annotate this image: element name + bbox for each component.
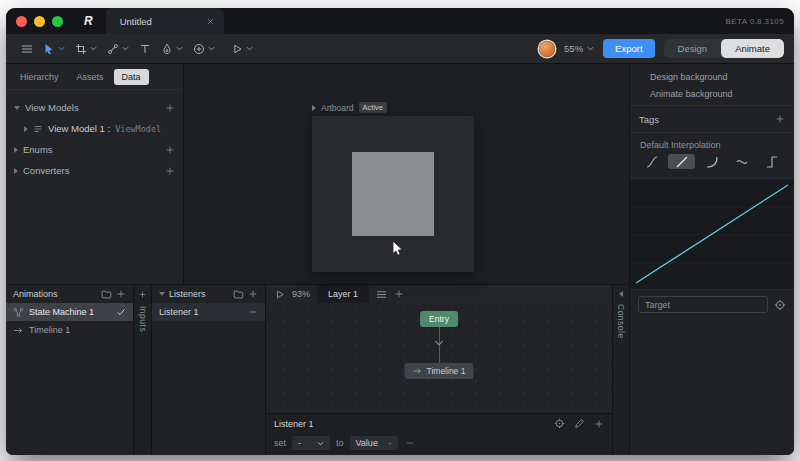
- add-action-button[interactable]: [594, 419, 604, 429]
- caret-right-icon[interactable]: [14, 147, 18, 153]
- animations-folder-icon[interactable]: [101, 289, 112, 300]
- add-view-model-button[interactable]: [165, 103, 175, 113]
- tree-row-enums[interactable]: Enums: [6, 139, 183, 160]
- add-input-button[interactable]: [138, 290, 147, 299]
- design-background-row[interactable]: Design background: [630, 68, 794, 85]
- listener-target-icon[interactable]: [554, 418, 565, 429]
- state-machine-graph[interactable]: Entry Timeline 1: [266, 303, 612, 413]
- tab-hierarchy[interactable]: Hierarchy: [12, 69, 67, 85]
- listener-item-label: Listener 1: [159, 307, 199, 317]
- data-tree: View Models View Model 1 : ViewModel: [6, 90, 183, 181]
- enums-label: Enums: [23, 144, 53, 155]
- select-tool-button[interactable]: [38, 38, 70, 60]
- play-tool-button[interactable]: [226, 38, 258, 60]
- tab-assets-label: Assets: [77, 72, 104, 82]
- add-listener-button[interactable]: [248, 289, 258, 299]
- listener-item[interactable]: Listener 1: [152, 303, 265, 321]
- remove-listener-button[interactable]: [248, 307, 258, 317]
- console-collapsed-panel[interactable]: Console: [613, 285, 629, 455]
- artboard-tool-button[interactable]: [70, 38, 102, 60]
- animate-mode-button[interactable]: Animate: [721, 39, 784, 58]
- zoom-control[interactable]: 55%: [564, 43, 594, 54]
- user-avatar[interactable]: [539, 41, 555, 57]
- timeline-node-label: Timeline 1: [427, 366, 466, 376]
- add-tag-button[interactable]: [775, 114, 785, 124]
- beta-version-label: BETA 0.8.3105: [726, 17, 784, 26]
- inputs-collapsed-panel[interactable]: Inputs: [134, 285, 152, 455]
- tab-hierarchy-label: Hierarchy: [20, 72, 59, 82]
- interpolation-curve-editor[interactable]: [630, 178, 794, 290]
- timeline-node[interactable]: Timeline 1: [405, 363, 474, 379]
- tree-row-converters[interactable]: Converters: [6, 160, 183, 181]
- cubic-interpolation-button[interactable]: [698, 154, 725, 169]
- tab-close-icon[interactable]: [206, 17, 215, 26]
- graph-zoom-value[interactable]: 93%: [292, 289, 310, 299]
- elastic-interpolation-button[interactable]: [728, 154, 755, 169]
- target-picker-icon[interactable]: [774, 299, 786, 311]
- tab-data[interactable]: Data: [114, 69, 149, 85]
- state-machine-label: State Machine 1: [29, 307, 94, 317]
- shapes-tool-button[interactable]: [188, 38, 220, 60]
- expand-console-icon[interactable]: [619, 291, 623, 297]
- tree-row-view-model-1[interactable]: View Model 1 : ViewModel: [6, 118, 183, 139]
- toolbar: 55% Export Design Animate: [6, 34, 794, 64]
- zoom-value: 55%: [564, 43, 583, 54]
- listener-action-row: set - to Value: [266, 433, 612, 453]
- view-models-label: View Models: [25, 102, 79, 113]
- file-tab[interactable]: Untitled: [106, 8, 224, 34]
- add-enum-button[interactable]: [165, 145, 175, 155]
- interpolation-section-label: Default Interpolation: [630, 136, 794, 154]
- close-window-button[interactable]: [16, 16, 27, 27]
- empty-value-dash-icon: [404, 438, 416, 448]
- edit-listener-icon[interactable]: [574, 418, 585, 429]
- ease-in-out-interpolation-button[interactable]: [638, 154, 665, 169]
- caret-down-icon[interactable]: [159, 292, 165, 296]
- target-input[interactable]: Target: [638, 296, 768, 313]
- add-converter-button[interactable]: [165, 166, 175, 176]
- state-machine-panel: 93% Layer 1 Entry Timeline 1: [266, 285, 613, 455]
- caret-right-icon[interactable]: [24, 126, 28, 132]
- timeline-item[interactable]: Timeline 1: [6, 321, 133, 339]
- tab-assets[interactable]: Assets: [69, 69, 112, 85]
- to-label: to: [336, 438, 344, 448]
- rectangle-shape[interactable]: [352, 152, 434, 236]
- animations-panel: Animations State Machine 1: [6, 285, 134, 455]
- main-area: Hierarchy Assets Data View Models: [6, 64, 794, 455]
- zoom-window-button[interactable]: [52, 16, 63, 27]
- caret-right-icon[interactable]: [14, 168, 18, 174]
- value-type-dropdown[interactable]: Value: [350, 436, 398, 450]
- inspector-empty-area: [630, 313, 794, 455]
- stage-canvas[interactable]: Artboard Active: [184, 64, 629, 284]
- listeners-folder-icon[interactable]: [233, 289, 244, 300]
- listeners-title: Listeners: [169, 289, 206, 299]
- minimize-window-button[interactable]: [34, 16, 45, 27]
- caret-down-icon[interactable]: [14, 106, 20, 110]
- layer-tab[interactable]: Layer 1: [317, 285, 369, 303]
- hold-interpolation-button[interactable]: [758, 154, 785, 169]
- design-mode-button[interactable]: Design: [664, 39, 722, 58]
- add-animation-button[interactable]: [116, 289, 126, 299]
- pen-tool-button[interactable]: [156, 38, 188, 60]
- layer-menu-icon[interactable]: [376, 289, 387, 300]
- tab-data-label: Data: [122, 72, 141, 82]
- state-machine-item[interactable]: State Machine 1: [6, 303, 133, 321]
- bone-tool-button[interactable]: [102, 38, 134, 60]
- divider: [630, 132, 794, 133]
- rive-logo: R: [84, 14, 93, 28]
- add-layer-button[interactable]: [394, 289, 404, 299]
- set-property-dropdown[interactable]: -: [292, 436, 330, 450]
- play-icon[interactable]: [274, 289, 285, 300]
- artboard-active-badge: Active: [359, 102, 387, 113]
- animate-background-row[interactable]: Animate background: [630, 85, 794, 102]
- state-machine-icon: [13, 307, 24, 318]
- chevron-down-icon: [58, 46, 65, 51]
- export-button[interactable]: Export: [603, 39, 654, 58]
- entry-node[interactable]: Entry: [420, 311, 458, 327]
- artboard-header[interactable]: Artboard Active: [312, 102, 387, 113]
- inputs-label: Inputs: [138, 306, 148, 332]
- tree-row-view-models[interactable]: View Models: [6, 97, 183, 118]
- main-menu-button[interactable]: [16, 38, 38, 60]
- text-tool-button[interactable]: [134, 38, 156, 60]
- linear-interpolation-button[interactable]: [668, 154, 695, 169]
- timeline-label: Timeline 1: [29, 325, 70, 335]
